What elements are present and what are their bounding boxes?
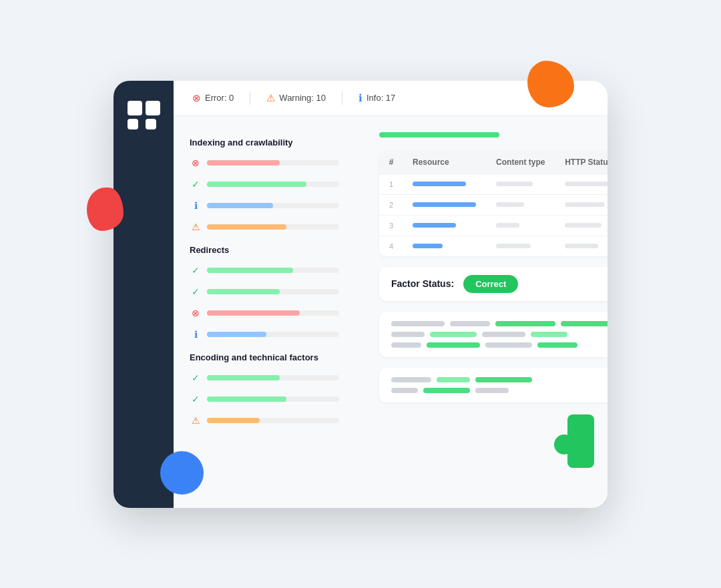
warning-icon: ⚠ [190, 415, 202, 426]
text-highlight [430, 332, 477, 337]
row-resource [403, 194, 487, 215]
row-num: 4 [379, 236, 403, 256]
blob-orange [527, 61, 574, 107]
left-panel: Indexing and crawlability ⊗ ✓ [190, 132, 363, 492]
blob-green-dot [554, 434, 574, 455]
text-highlight [561, 321, 608, 326]
factor-label: Factor Status: [391, 278, 454, 289]
row-http-status [555, 215, 608, 236]
col-number: # [379, 151, 403, 174]
warning-label: Warning: 10 [279, 93, 326, 103]
blob-blue [160, 451, 204, 495]
top-green-bar [379, 132, 499, 137]
table-row[interactable]: 1 [379, 174, 608, 194]
col-http-status: HTTP Status [555, 151, 608, 174]
divider-1 [250, 91, 250, 105]
text-line [391, 342, 608, 348]
table-row[interactable]: 2 [379, 194, 608, 215]
text-line [391, 321, 608, 326]
warning-icon: ⚠ [190, 222, 202, 232]
text-line [391, 377, 608, 382]
logo-block-1 [128, 101, 142, 115]
text-placeholder [450, 321, 490, 326]
info-icon: ℹ [190, 200, 202, 211]
list-item[interactable]: ⚠ [190, 218, 363, 236]
row-content-type [487, 174, 555, 194]
col-resource: Resource [403, 151, 487, 174]
text-highlight [537, 342, 577, 348]
list-item[interactable]: ✓ [190, 283, 363, 300]
bar-container [207, 182, 339, 187]
list-item[interactable]: ✓ [190, 262, 363, 279]
list-item[interactable]: ℹ [190, 326, 363, 343]
info-icon: ℹ [358, 92, 363, 104]
section-title-1: Indexing and crawlability [190, 137, 363, 148]
info-badge: ℹ Info: 17 [358, 92, 395, 104]
logo-block-4 [146, 119, 156, 129]
text-highlight [475, 377, 532, 382]
list-item[interactable]: ⚠ [190, 412, 363, 429]
text-highlight [531, 332, 567, 337]
list-item[interactable]: ⊗ [190, 154, 363, 172]
bar-container [207, 289, 339, 294]
success-icon: ✓ [190, 265, 202, 276]
error-icon: ⊗ [190, 308, 202, 318]
row-http-status [555, 194, 608, 215]
blob-red [87, 188, 124, 231]
error-label: Error: 0 [205, 93, 234, 103]
text-placeholder [391, 332, 425, 337]
row-resource [403, 215, 487, 236]
text-block-group-1 [379, 312, 608, 357]
row-num: 1 [379, 174, 403, 194]
error-icon: ⊗ [190, 158, 202, 168]
resource-table: # Resource Content type HTTP Status 1 [379, 151, 608, 256]
warning-icon: ⚠ [266, 92, 275, 104]
row-num: 2 [379, 194, 403, 215]
list-item[interactable]: ✓ [190, 390, 363, 408]
logo [128, 101, 160, 129]
list-item[interactable]: ℹ [190, 197, 363, 214]
bar-container [207, 375, 339, 380]
row-content-type [487, 194, 555, 215]
bar-container [207, 160, 339, 166]
text-placeholder [391, 377, 431, 382]
table-header-row: # Resource Content type HTTP Status [379, 151, 608, 174]
content-area: Indexing and crawlability ⊗ ✓ [174, 116, 608, 508]
text-line [391, 332, 608, 337]
error-icon: ⊗ [192, 92, 201, 104]
bar-container [207, 310, 339, 316]
text-line [391, 388, 608, 393]
sidebar [113, 81, 174, 508]
list-item[interactable]: ✓ [190, 176, 363, 193]
success-icon: ✓ [190, 394, 202, 404]
list-item[interactable]: ✓ [190, 369, 363, 386]
progress-bar [207, 418, 260, 423]
col-content-type: Content type [487, 151, 555, 174]
logo-block-2 [146, 101, 160, 115]
text-highlight [427, 342, 480, 348]
info-label: Info: 17 [367, 93, 395, 103]
text-placeholder [391, 342, 421, 348]
table-row[interactable]: 4 [379, 236, 608, 256]
progress-bar [207, 182, 306, 187]
progress-bar [207, 396, 286, 402]
list-item[interactable]: ⊗ [190, 304, 363, 322]
table-row[interactable]: 3 [379, 215, 608, 236]
text-placeholder [391, 388, 418, 393]
logo-block-3 [128, 119, 138, 129]
success-icon: ✓ [190, 286, 202, 297]
bar-container [207, 418, 339, 423]
info-icon: ℹ [190, 329, 202, 340]
data-table: # Resource Content type HTTP Status 1 [379, 151, 608, 256]
row-resource [403, 236, 487, 256]
section-title-3: Encoding and technical factors [190, 352, 363, 362]
divider-2 [342, 91, 342, 105]
main-area: ⊗ Error: 0 ⚠ Warning: 10 ℹ Info: 17 [174, 81, 608, 508]
text-placeholder [391, 321, 445, 326]
main-card: ⊗ Error: 0 ⚠ Warning: 10 ℹ Info: 17 [113, 81, 608, 508]
row-content-type [487, 215, 555, 236]
progress-bar [207, 375, 280, 380]
bar-container [207, 203, 339, 208]
row-content-type [487, 236, 555, 256]
success-icon: ✓ [190, 372, 202, 383]
